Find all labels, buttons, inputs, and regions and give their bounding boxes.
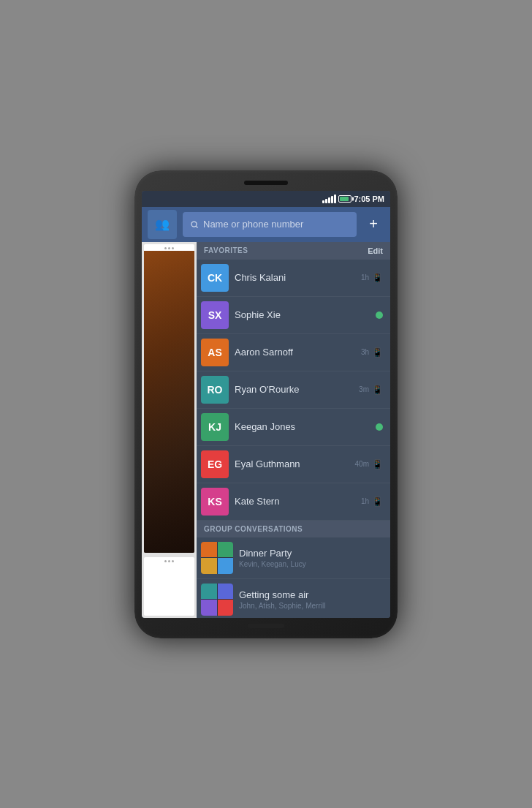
status-time: 7:05 PM <box>354 195 384 203</box>
contact-name: Eyal Guthmann <box>235 458 349 469</box>
contact-meta <box>376 312 383 319</box>
contact-meta: 40m 📱 <box>355 459 383 469</box>
contact-name: Sophie Xie <box>235 309 370 320</box>
side-card-1[interactable] <box>144 244 194 553</box>
status-bar: 7:05 PM <box>142 191 390 207</box>
signal-bars-icon <box>322 195 336 203</box>
avatar: RO <box>201 376 229 404</box>
battery-icon <box>338 195 352 203</box>
contact-item[interactable]: AS Aaron Sarnoff 3h 📱 <box>197 334 390 371</box>
online-status-dot <box>376 312 383 319</box>
contact-name: Chris Kalani <box>235 272 355 283</box>
contact-meta <box>376 423 383 431</box>
app-header: 👥 Name or phone number + <box>142 207 390 242</box>
group-avatar <box>201 542 233 574</box>
add-icon: + <box>369 216 378 233</box>
online-status-dot <box>376 423 383 431</box>
side-card-2[interactable] <box>144 557 194 616</box>
group-info: Getting some air John, Atish, Sophie, Me… <box>239 589 383 610</box>
svg-point-0 <box>191 222 197 227</box>
status-icons: 7:05 PM <box>322 195 384 203</box>
avatar: CK <box>201 264 229 292</box>
contact-meta: 3h 📱 <box>361 347 383 358</box>
avatar: SX <box>201 301 229 329</box>
side-card2-dots <box>144 557 194 564</box>
contact-time: 3m <box>359 385 369 393</box>
contact-item[interactable]: EG Eyal Guthmann 40m 📱 <box>197 446 390 483</box>
phone-home-bar <box>248 624 284 628</box>
contact-item[interactable]: KS Kate Stern 1h 📱 <box>197 483 390 521</box>
mobile-device-icon: 📱 <box>372 347 383 358</box>
group-avatar <box>201 584 233 616</box>
side-card-dots <box>144 244 194 251</box>
group-info: Dinner Party Kevin, Keegan, Lucy <box>239 548 383 568</box>
contact-time: 1h <box>361 273 369 282</box>
contact-item[interactable]: CK Chris Kalani 1h 📱 <box>197 260 390 297</box>
contact-item[interactable]: RO Ryan O'Rourke 3m 📱 <box>197 371 390 409</box>
avatar: EG <box>201 450 229 478</box>
phone-speaker <box>244 181 288 185</box>
people-menu-icon: 👥 <box>155 217 170 231</box>
search-placeholder: Name or phone number <box>203 219 303 230</box>
avatar: AS <box>201 339 229 366</box>
contact-time: 40m <box>355 460 369 468</box>
side-card-image <box>144 251 194 553</box>
group-conversations-section-header: GROUP CONVERSATIONS <box>197 521 390 537</box>
mobile-device-icon: 📱 <box>372 459 383 469</box>
favorites-title: FAVORITES <box>204 246 248 254</box>
content-area: FAVORITES Edit CK Chris Kalani 1h 📱 <box>142 242 390 618</box>
battery-fill <box>340 197 348 201</box>
group-item[interactable]: Getting some air John, Atish, Sophie, Me… <box>197 579 390 618</box>
avatar: KS <box>201 488 229 516</box>
contact-name: Ryan O'Rourke <box>235 384 353 395</box>
group-members: John, Atish, Sophie, Merrill <box>239 602 383 610</box>
contact-item[interactable]: KJ Keegan Jones <box>197 409 390 446</box>
favorites-edit-button[interactable]: Edit <box>368 246 383 255</box>
contact-name: Aaron Sarnoff <box>235 347 355 358</box>
group-item[interactable]: Dinner Party Kevin, Keegan, Lucy <box>197 537 390 579</box>
contact-meta: 3m 📱 <box>359 385 383 395</box>
mobile-device-icon: 📱 <box>372 496 383 507</box>
contact-time: 3h <box>361 348 369 356</box>
phone-device: 7:05 PM 👥 Name or phone number + <box>134 170 398 638</box>
avatar: KJ <box>201 413 229 441</box>
menu-button[interactable]: 👥 <box>148 210 177 239</box>
group-name: Getting some air <box>239 589 383 600</box>
side-panel <box>142 242 197 618</box>
mobile-device-icon: 📱 <box>372 385 383 395</box>
contact-time: 1h <box>361 497 369 505</box>
add-button[interactable]: + <box>362 214 384 235</box>
group-members: Kevin, Keegan, Lucy <box>239 560 383 568</box>
contact-name: Kate Stern <box>235 496 355 507</box>
svg-line-1 <box>196 226 197 227</box>
contact-item[interactable]: SX Sophie Xie <box>197 297 390 334</box>
favorites-section-header: FAVORITES Edit <box>197 242 390 260</box>
search-bar[interactable]: Name or phone number <box>183 212 357 237</box>
contact-meta: 1h 📱 <box>361 496 383 507</box>
group-conversations-title: GROUP CONVERSATIONS <box>204 525 303 533</box>
phone-screen: 7:05 PM 👥 Name or phone number + <box>142 191 390 618</box>
mobile-device-icon: 📱 <box>372 273 383 283</box>
contact-meta: 1h 📱 <box>361 273 383 283</box>
main-list: FAVORITES Edit CK Chris Kalani 1h 📱 <box>197 242 390 618</box>
contact-name: Keegan Jones <box>235 421 370 432</box>
search-icon <box>190 220 199 229</box>
group-name: Dinner Party <box>239 548 383 559</box>
